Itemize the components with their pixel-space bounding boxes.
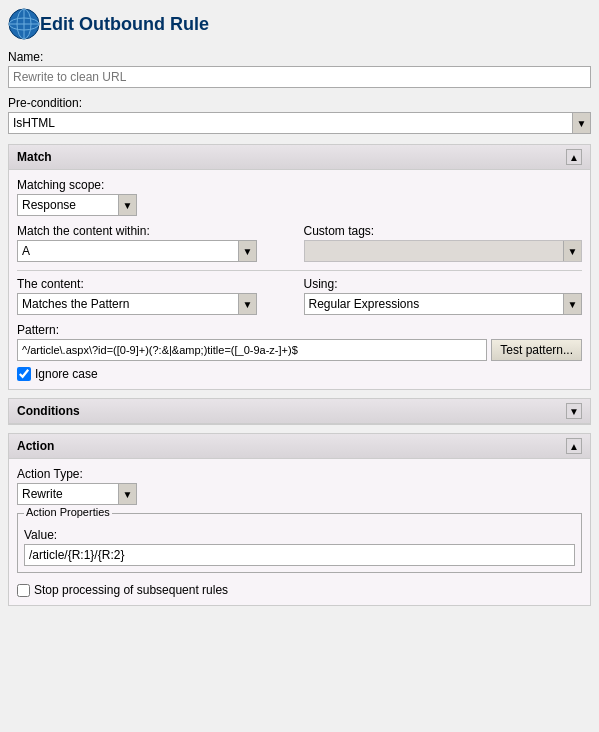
action-panel: Action ▲ Action Type: Rewrite Redirect N… — [8, 433, 591, 606]
action-panel-title: Action — [17, 439, 54, 453]
precondition-select[interactable]: IsHTML (none) — [8, 112, 591, 134]
name-section: Name: — [8, 50, 591, 88]
stop-processing-row: Stop processing of subsequent rules — [17, 583, 582, 597]
using-select-wrapper: Regular Expressions Wildcards Exact Matc… — [304, 293, 583, 315]
matching-scope-select[interactable]: Response Request — [17, 194, 137, 216]
action-type-select-wrapper: Rewrite Redirect None ▼ — [17, 483, 137, 505]
action-panel-body: Action Type: Rewrite Redirect None ▼ Act… — [9, 459, 590, 605]
matching-scope-label: Matching scope: — [17, 178, 582, 192]
name-input[interactable] — [8, 66, 591, 88]
pattern-input[interactable] — [17, 339, 487, 361]
match-panel-header[interactable]: Match ▲ — [9, 145, 590, 170]
ignore-case-row: Ignore case — [17, 367, 582, 381]
the-content-label: The content: — [17, 277, 296, 291]
using-col: Using: Regular Expressions Wildcards Exa… — [304, 277, 583, 315]
match-collapse-button[interactable]: ▲ — [566, 149, 582, 165]
action-type-select[interactable]: Rewrite Redirect None — [17, 483, 137, 505]
page-header: Edit Outbound Rule — [8, 8, 591, 40]
matching-scope-row: Matching scope: Response Request ▼ — [17, 178, 582, 216]
content-within-label: Match the content within: — [17, 224, 296, 238]
globe-icon — [8, 8, 40, 40]
stop-processing-label: Stop processing of subsequent rules — [34, 583, 228, 597]
custom-tags-select[interactable] — [304, 240, 583, 262]
pattern-row: Pattern: Test pattern... — [17, 323, 582, 361]
the-content-select[interactable]: Matches the Pattern Does Not Match the P… — [17, 293, 257, 315]
the-content-col: The content: Matches the Pattern Does No… — [17, 277, 296, 315]
action-collapse-button[interactable]: ▲ — [566, 438, 582, 454]
name-label: Name: — [8, 50, 591, 64]
custom-tags-col: Custom tags: ▼ — [304, 224, 583, 262]
match-panel: Match ▲ Matching scope: Response Request… — [8, 144, 591, 390]
test-pattern-button[interactable]: Test pattern... — [491, 339, 582, 361]
precondition-section: Pre-condition: IsHTML (none) ▼ — [8, 96, 591, 134]
divider-1 — [17, 270, 582, 271]
content-within-select-wrapper: A IMG FORM SCRIPT LINK ▼ — [17, 240, 257, 262]
conditions-panel: Conditions ▼ — [8, 398, 591, 425]
conditions-collapse-button[interactable]: ▼ — [566, 403, 582, 419]
conditions-panel-header[interactable]: Conditions ▼ — [9, 399, 590, 424]
ignore-case-checkbox[interactable] — [17, 367, 31, 381]
value-label: Value: — [24, 528, 575, 542]
content-within-col: Match the content within: A IMG FORM SCR… — [17, 224, 296, 262]
conditions-panel-title: Conditions — [17, 404, 80, 418]
page-title: Edit Outbound Rule — [40, 14, 209, 35]
match-panel-title: Match — [17, 150, 52, 164]
custom-tags-select-wrapper: ▼ — [304, 240, 583, 262]
action-properties-legend: Action Properties — [24, 506, 112, 518]
ignore-case-label: Ignore case — [35, 367, 98, 381]
custom-tags-label: Custom tags: — [304, 224, 583, 238]
action-properties-group: Action Properties Value: — [17, 513, 582, 573]
precondition-label: Pre-condition: — [8, 96, 591, 110]
matching-scope-select-wrapper: Response Request ▼ — [17, 194, 137, 216]
value-input[interactable] — [24, 544, 575, 566]
pattern-label: Pattern: — [17, 323, 582, 337]
pattern-input-row: Test pattern... — [17, 339, 582, 361]
content-using-row: The content: Matches the Pattern Does No… — [17, 277, 582, 315]
match-panel-body: Matching scope: Response Request ▼ Match… — [9, 170, 590, 389]
precondition-select-wrapper: IsHTML (none) ▼ — [8, 112, 591, 134]
content-within-select[interactable]: A IMG FORM SCRIPT LINK — [17, 240, 257, 262]
the-content-select-wrapper: Matches the Pattern Does Not Match the P… — [17, 293, 257, 315]
value-field-container: Value: — [24, 528, 575, 566]
action-panel-header[interactable]: Action ▲ — [9, 434, 590, 459]
content-within-row: Match the content within: A IMG FORM SCR… — [17, 224, 582, 262]
action-type-label: Action Type: — [17, 467, 582, 481]
stop-processing-checkbox[interactable] — [17, 584, 30, 597]
using-select[interactable]: Regular Expressions Wildcards Exact Matc… — [304, 293, 583, 315]
using-label: Using: — [304, 277, 583, 291]
action-type-row: Action Type: Rewrite Redirect None ▼ — [17, 467, 582, 505]
